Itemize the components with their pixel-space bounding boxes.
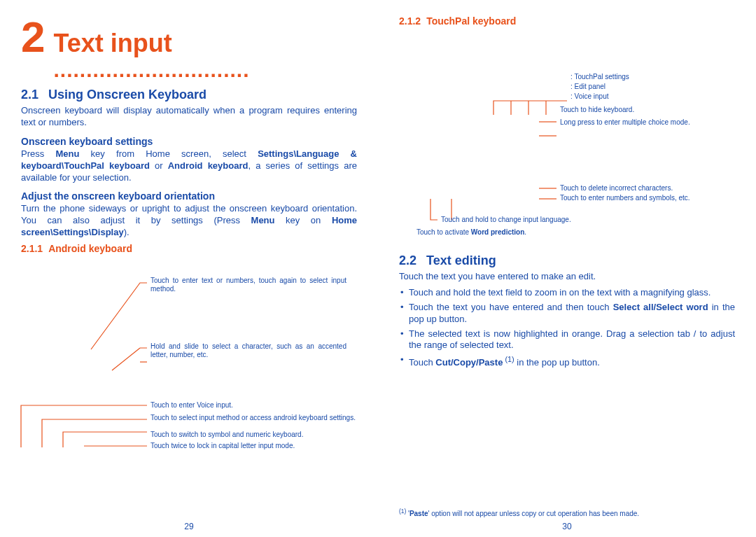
ann-select-method: Touch to select input method or access a… xyxy=(150,414,360,422)
section-2-1-1: 2.1.1Android keyboard xyxy=(21,243,357,254)
ann-caps-lock: Touch twice to lock in capital letter in… xyxy=(150,442,360,450)
section-2-1: 2.1Using Onscreen Keyboard xyxy=(21,88,357,102)
chapter-header: 2 Text input ...........................… xyxy=(21,15,357,82)
section-2-1-body: Onscreen keyboard will display automatic… xyxy=(21,105,357,129)
page-right: 2.1.2TouchPal keyboard : TouchPal xyxy=(378,0,756,537)
page-left: 2 Text input ...........................… xyxy=(0,0,378,537)
ann-voice: Touch to enter Voice input. xyxy=(150,401,360,410)
text-editing-bullets: Touch and hold the text field to zoom in… xyxy=(399,287,735,370)
ann-touchpal-settings: : TouchPal settings xyxy=(570,73,629,81)
ann-voice-input: : Voice input xyxy=(570,92,608,101)
section-2-1-2: 2.1.2TouchPal keyboard xyxy=(399,15,735,27)
ann-hold-slide: Hold and slide to select a character, su… xyxy=(150,342,346,359)
chapter-number: 2 xyxy=(21,15,45,59)
ann-symbol: Touch to switch to symbol and numeric ke… xyxy=(150,431,360,439)
ann-hide-keyboard: Touch to hide keyboard. xyxy=(560,106,634,114)
subhead-orientation: Adjust the onscreen keyboard orientation xyxy=(21,190,357,202)
page-number-right: 30 xyxy=(562,522,571,531)
ann-long-press: Long press to enter multiple choice mode… xyxy=(560,118,714,127)
bullet-2: Touch the text you have entered and then… xyxy=(399,302,735,326)
ann-edit-panel: : Edit panel xyxy=(570,83,606,91)
section-2-2: 2.2Text editing xyxy=(399,253,735,268)
footnote: (1) 'Paste' option will not appear unles… xyxy=(399,508,735,517)
bullet-3: The selected text is now highlighted in … xyxy=(399,328,735,352)
ann-delete: Touch to delete incorrect characters. xyxy=(560,184,735,193)
bullet-1: Touch and hold the text field to zoom in… xyxy=(399,287,735,299)
android-keyboard-annotations: Touch to enter text or numbers, touch ag… xyxy=(21,258,357,454)
ann-numbers: Touch to enter numbers and symbols, etc. xyxy=(560,194,735,202)
ann-change-lang: Touch and hold to change input language. xyxy=(441,216,623,224)
chapter-title: Text input xyxy=(53,29,172,57)
touchpal-annotations: : TouchPal settings : Edit panel : Voice… xyxy=(399,31,735,248)
ann-word-pred: Touch to activate Word prediction. xyxy=(416,228,626,237)
page-number-left: 29 xyxy=(184,522,193,531)
subhead-orientation-body: Turn the phone sideways or upright to ad… xyxy=(21,203,357,239)
subhead-settings: Onscreen keyboard settings xyxy=(21,136,357,147)
section-2-2-intro: Touch the text you have entered to make … xyxy=(399,271,735,283)
ann-enter-text: Touch to enter text or numbers, touch ag… xyxy=(150,277,346,293)
chapter-dots: .............................. xyxy=(53,58,249,81)
bullet-4: Touch Cut/Copy/Paste (1) in the pop up b… xyxy=(399,354,735,369)
subhead-settings-body: Press Menu key from Home screen, select … xyxy=(21,148,357,184)
